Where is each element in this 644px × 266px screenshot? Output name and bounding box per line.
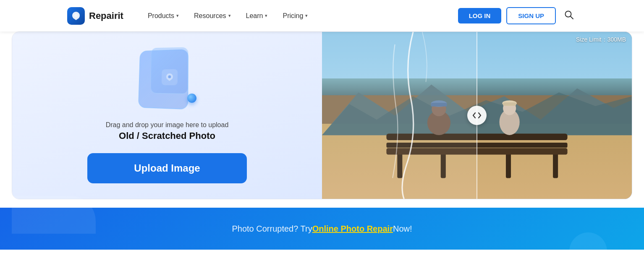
nav-item-learn[interactable]: Learn ▾ [238, 9, 275, 23]
navbar: Repairit Products ▾ Resources ▾ Learn ▾ … [0, 0, 644, 31]
svg-line-2 [571, 16, 573, 19]
search-icon [564, 10, 573, 19]
nav-label-products: Products [148, 12, 174, 20]
login-button[interactable]: LOG IN [458, 8, 502, 23]
nav-item-resources[interactable]: Resources ▾ [186, 9, 238, 23]
brand-name: Repairit [89, 10, 123, 21]
nav-item-products[interactable]: Products ▾ [140, 9, 186, 23]
chevron-down-icon: ▾ [176, 13, 179, 18]
navbar-actions: LOG IN SIGN UP [458, 7, 577, 24]
brand-logo-link[interactable]: Repairit [67, 7, 123, 25]
main-section: Drag and drop your image here to upload … [0, 31, 644, 208]
scratch-overlay [322, 32, 477, 199]
preview-panel: Size Limit：300MB [322, 32, 632, 199]
upload-description: Drag and drop your image here to upload [106, 121, 229, 129]
blue-sphere-decoration [187, 94, 196, 103]
nav-label-resources: Resources [194, 12, 226, 20]
upload-panel: Drag and drop your image here to upload … [12, 32, 322, 199]
bottom-text-after: Now! [393, 224, 412, 234]
nav-menu: Products ▾ Resources ▾ Learn ▾ Pricing ▾ [140, 9, 458, 23]
online-repair-link[interactable]: Online Photo Repair [312, 224, 393, 234]
glass-card-inner-shape [150, 47, 188, 94]
signup-button[interactable]: SIGN UP [506, 7, 556, 24]
chevron-down-icon: ▾ [305, 13, 308, 18]
svg-rect-20 [503, 103, 516, 106]
illustration [125, 47, 209, 115]
upload-photo-type: Old / Scratched Photo [119, 130, 215, 141]
svg-point-0 [74, 14, 78, 17]
chevron-down-icon: ▾ [228, 13, 231, 18]
search-button[interactable] [561, 8, 577, 23]
nav-item-pricing[interactable]: Pricing ▾ [275, 9, 315, 23]
size-limit-badge: Size Limit：300MB [576, 36, 626, 44]
nav-label-pricing: Pricing [283, 12, 303, 20]
chevron-down-icon: ▾ [265, 13, 267, 18]
deco-right [569, 232, 607, 250]
bottom-text-before: Photo Corrupted? Try [232, 224, 312, 234]
bottom-banner: Photo Corrupted? Try Online Photo Repair… [0, 208, 644, 250]
upload-image-button[interactable]: Upload Image [87, 153, 247, 183]
bottom-content: Photo Corrupted? Try Online Photo Repair… [12, 224, 632, 234]
photo-background: Size Limit：300MB [322, 32, 632, 199]
chevron-left-right-icon [472, 112, 482, 119]
nav-label-learn: Learn [246, 12, 263, 20]
main-card: Drag and drop your image here to upload … [12, 31, 632, 199]
before-after-handle[interactable] [467, 106, 487, 125]
brand-logo-icon [67, 7, 85, 25]
page-wrapper: Drag and drop your image here to upload … [0, 31, 644, 250]
